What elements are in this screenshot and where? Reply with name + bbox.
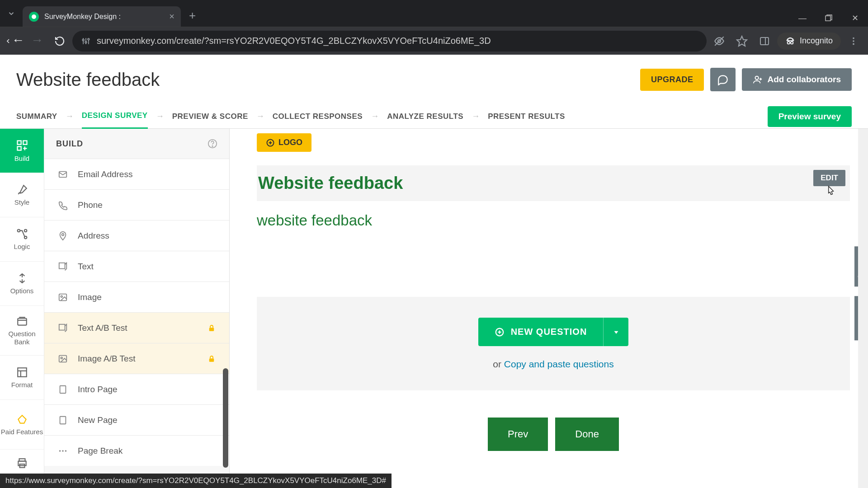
rail-label: Logic [14,243,30,250]
nav-summary[interactable]: SUMMARY [16,105,57,128]
sidebar-item-email[interactable]: Email Address [44,159,229,189]
svg-rect-53 [60,416,66,424]
rail-logic[interactable]: Logic [0,217,44,262]
incognito-indicator[interactable]: Incognito [777,33,841,50]
eye-off-icon[interactable] [709,31,729,51]
new-question-button[interactable]: NEW QUESTION [478,318,604,346]
add-logo-button[interactable]: LOGO [257,133,311,152]
nav-design-survey[interactable]: DESIGN SURVEY [82,104,148,129]
new-question-dropdown[interactable] [603,318,628,346]
rail-format[interactable]: Format [0,356,44,400]
sidebar-scrollbar[interactable] [223,368,228,468]
nav-collect-responses[interactable]: COLLECT RESPONSES [273,105,363,128]
rail-options[interactable]: Options [0,262,44,306]
format-icon [16,366,28,378]
close-window-icon[interactable]: ✕ [842,9,868,27]
svg-point-41 [212,146,212,146]
workspace: Build Style Logic Options [0,129,868,488]
svg-point-28 [17,230,19,232]
maximize-icon[interactable] [816,9,842,27]
rail-label: Paid Features [1,428,43,436]
new-tab-button[interactable]: + [181,4,204,27]
bookmark-star-icon[interactable] [732,31,752,51]
main-scrollbar-track[interactable] [858,129,868,488]
edit-title-button[interactable]: EDIT [813,170,845,186]
tab-search-dropdown[interactable] [0,5,23,23]
minimize-icon[interactable]: — [789,9,816,27]
page-subtitle[interactable]: website feedback [257,212,850,229]
sidebar-item-intro-page[interactable]: Intro Page [44,374,229,404]
rail-style[interactable]: Style [0,173,44,217]
rail-build[interactable]: Build [0,129,44,173]
sidebar-item-text[interactable]: Text [44,251,229,282]
forward-button[interactable]: → [27,31,47,51]
build-sidebar: BUILD Email Address Phone [44,129,230,488]
site-settings-icon[interactable] [81,37,90,46]
browser-tab[interactable]: SurveyMonkey Design : × [23,6,181,27]
svg-rect-0 [826,16,830,21]
sidebar-item-address[interactable]: Address [44,220,229,251]
side-panel-icon[interactable] [755,31,774,51]
svg-rect-33 [18,318,27,325]
svg-marker-63 [614,331,618,333]
page-content: Website feedback UPGRADE Add collaborato… [0,55,868,488]
done-button[interactable]: Done [555,418,619,451]
url-field[interactable]: surveymonkey.com/create/?sm=rsYO2R2V0EQO… [72,31,707,52]
svg-rect-23 [17,141,21,145]
survey-title-block[interactable]: Website feedback EDIT [257,165,850,201]
nav-analyze-results[interactable]: ANALYZE RESULTS [387,105,463,128]
rail-print[interactable] [0,450,44,477]
tab-title: SurveyMonkey Design : [44,13,121,21]
copy-paste-link[interactable]: Copy and paste questions [504,359,614,369]
sidebar-item-image[interactable]: Image [44,282,229,312]
page-icon [58,385,69,394]
lock-icon [208,324,216,332]
svg-rect-34 [18,368,27,377]
rail-paid-features[interactable]: Paid Features [0,400,44,450]
brush-icon [16,184,28,196]
sidebar-item-label: Page Break [78,446,123,456]
upgrade-button[interactable]: UPGRADE [640,69,704,91]
lock-icon [208,355,216,363]
url-text: surveymonkey.com/create/?sm=rsYO2R2V0EQO… [97,36,491,46]
svg-point-55 [62,450,64,452]
kebab-menu-icon[interactable] [844,31,863,51]
nav-present-results[interactable]: PRESENT RESULTS [488,105,565,128]
preview-survey-button[interactable]: Preview survey [768,106,852,127]
nav-preview-score[interactable]: PREVIEW & SCORE [172,105,248,128]
sidebar-item-label: New Page [78,415,118,425]
svg-point-18 [853,40,854,42]
add-collaborators-button[interactable]: Add collaborators [742,68,852,91]
survey-title[interactable]: Website feedback [16,70,160,90]
svg-point-6 [85,41,87,43]
back-button[interactable]: ← [5,31,24,51]
incognito-label: Incognito [800,36,833,46]
image-ab-icon [58,354,69,364]
svg-point-43 [62,233,64,235]
chevron-right-icon: → [472,112,480,121]
chevron-right-icon: → [256,112,264,121]
svg-point-30 [24,236,26,239]
status-bar: https://www.surveymonkey.com/create/?sm=… [0,474,392,488]
help-icon[interactable] [208,139,217,149]
tab-close-icon[interactable]: × [169,11,175,22]
svg-rect-52 [60,385,66,393]
rail-question-bank[interactable]: Question Bank [0,306,44,356]
reload-button[interactable] [50,31,70,51]
browser-tab-bar: SurveyMonkey Design : × + — ✕ [0,0,868,27]
svg-rect-25 [17,146,21,150]
sidebar-item-phone[interactable]: Phone [44,189,229,220]
sidebar-item-new-page[interactable]: New Page [44,404,229,435]
survey-title-heading: Website feedback [257,174,850,193]
logo-label: LOGO [278,138,302,147]
rail-label: Style [14,198,29,206]
sidebar-item-label: Text A/B Test [78,323,127,333]
comments-button[interactable] [710,68,736,91]
sidebar-item-image-ab-test[interactable]: Image A/B Test [44,343,229,374]
sidebar-item-label: Address [78,231,109,241]
prev-button[interactable]: Prev [488,418,548,451]
sidebar-item-label: Image A/B Test [78,354,135,364]
sidebar-item-page-break[interactable]: Page Break [44,435,229,466]
sidebar-item-text-ab-test[interactable]: Text A/B Test [44,312,229,343]
email-icon [58,169,69,179]
